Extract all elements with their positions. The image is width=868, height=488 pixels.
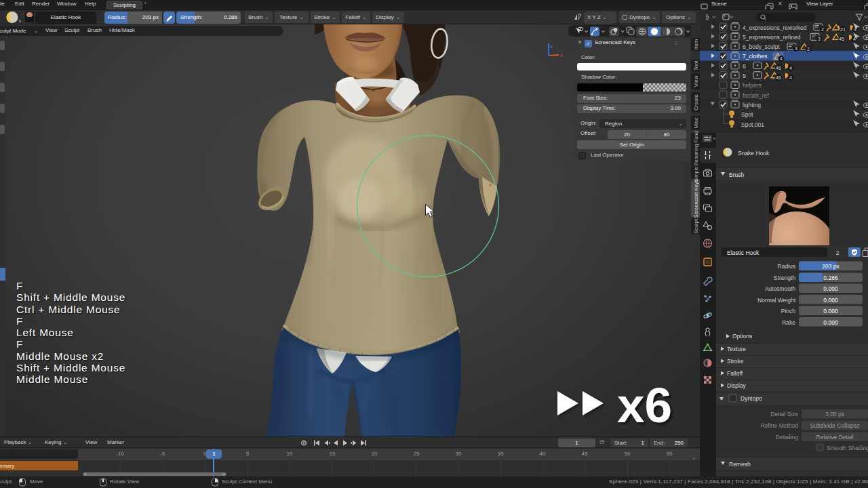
svg-text:0.000: 0.000 — [823, 285, 838, 292]
svg-text:z: z — [550, 43, 553, 49]
svg-text:Subdivide Collapse: Subdivide Collapse — [810, 422, 860, 429]
svg-text:Radius: Radius — [778, 263, 795, 270]
svg-text:3: 3 — [795, 46, 797, 51]
svg-text:Options: Options — [732, 333, 752, 340]
svg-text:Autosmooth: Autosmooth — [765, 285, 796, 292]
svg-text:Spot.001: Spot.001 — [741, 121, 764, 128]
svg-text:Detailing: Detailing — [776, 434, 798, 441]
svg-text:3.00 px: 3.00 px — [825, 411, 845, 418]
svg-text:Smooth Shading: Smooth Shading — [827, 445, 868, 451]
svg-text:Simple Renaming Panel: Simple Renaming Panel — [694, 130, 699, 182]
svg-text:0.000: 0.000 — [823, 319, 838, 326]
svg-text:Normal Weight: Normal Weight — [757, 297, 796, 304]
svg-text:5_expressions_refined: 5_expressions_refined — [743, 34, 801, 41]
svg-text:Spot: Spot — [741, 111, 753, 118]
svg-text:4: 4 — [789, 66, 792, 70]
svg-text:Stroke: Stroke — [727, 358, 744, 365]
svg-text:9: 9 — [743, 73, 746, 79]
svg-text:46: 46 — [776, 75, 781, 80]
svg-text:Item: Item — [693, 39, 699, 49]
svg-text:0.000: 0.000 — [823, 308, 838, 314]
svg-text:Elastic Hook: Elastic Hook — [727, 249, 760, 256]
svg-text:Pinch: Pinch — [781, 308, 796, 314]
svg-text:7_clothes: 7_clothes — [743, 53, 767, 60]
svg-text:Refine Method: Refine Method — [761, 422, 799, 429]
svg-text:3: 3 — [818, 37, 821, 41]
svg-text:4_expressions_reworked: 4_expressions_reworked — [743, 24, 807, 31]
svg-text:Remesh: Remesh — [729, 461, 751, 468]
svg-text:46: 46 — [776, 66, 781, 70]
svg-text:Falloff: Falloff — [727, 370, 743, 377]
svg-text:x: x — [560, 52, 563, 58]
svg-text:Rake: Rake — [782, 319, 795, 326]
svg-text:6_body_sculpt: 6_body_sculpt — [743, 43, 780, 50]
svg-text:4: 4 — [789, 75, 792, 80]
svg-text:helpers: helpers — [743, 82, 762, 89]
svg-text:4: 4 — [780, 56, 783, 61]
svg-text:lighting: lighting — [743, 102, 761, 108]
svg-text:Detail Size: Detail Size — [770, 411, 798, 418]
svg-text:2: 2 — [821, 27, 824, 32]
svg-text:8: 8 — [743, 63, 746, 70]
svg-text:Sculpt: Sculpt — [693, 218, 699, 234]
svg-text:facials_ref: facials_ref — [743, 92, 769, 99]
svg-text:Dyntopo: Dyntopo — [741, 395, 762, 402]
svg-text:Tool: Tool — [693, 60, 699, 70]
svg-text:Snake Hook: Snake Hook — [738, 150, 770, 157]
svg-text:0.286: 0.286 — [823, 274, 838, 281]
svg-text:View: View — [693, 75, 699, 87]
svg-text:45: 45 — [839, 37, 844, 41]
svg-text:2: 2 — [836, 249, 840, 256]
svg-text:Create: Create — [693, 94, 699, 110]
svg-text:2: 2 — [807, 47, 810, 52]
svg-text:Screencast Keys: Screencast Keys — [693, 180, 699, 218]
svg-text:Relative Detail: Relative Detail — [816, 434, 854, 441]
svg-text:21: 21 — [840, 27, 846, 32]
svg-text:0.000: 0.000 — [823, 297, 838, 304]
svg-text:Display: Display — [727, 382, 747, 389]
svg-text:Misc: Misc — [693, 117, 699, 128]
svg-text:Strength: Strength — [774, 274, 795, 281]
svg-text:Texture: Texture — [727, 346, 746, 352]
svg-text:Brush: Brush — [729, 171, 744, 178]
svg-text:203 px: 203 px — [822, 263, 840, 270]
